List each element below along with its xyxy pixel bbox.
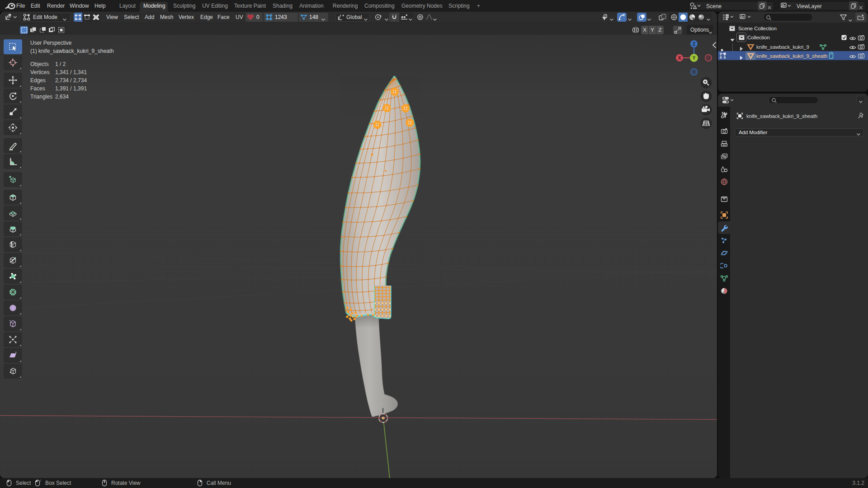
- svg-text:Z: Z: [693, 42, 695, 47]
- svg-text:Y: Y: [693, 56, 696, 61]
- svg-text:X: X: [678, 56, 681, 61]
